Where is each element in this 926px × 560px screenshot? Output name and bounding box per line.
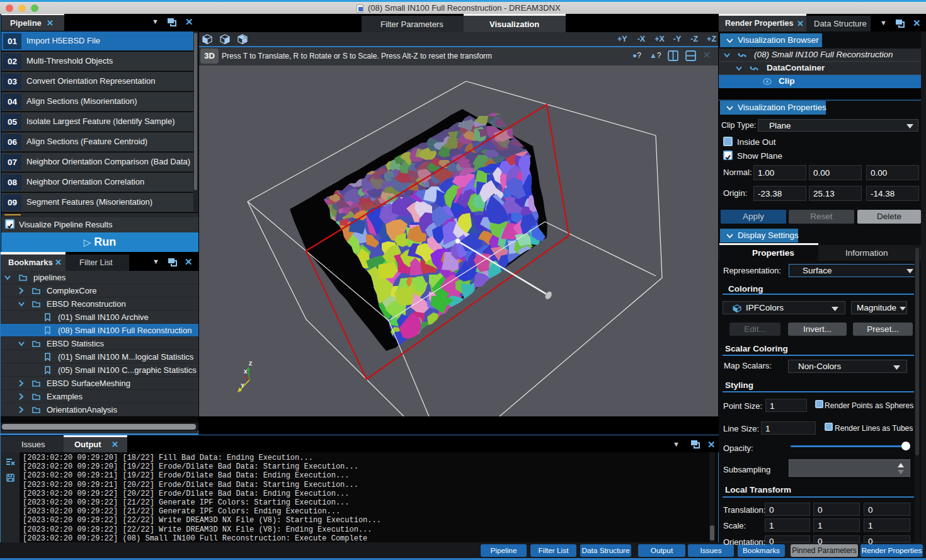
svg-text:Z: Z <box>249 360 252 367</box>
svg-text:Y: Y <box>241 382 244 389</box>
svg-text:X: X <box>244 369 248 375</box>
